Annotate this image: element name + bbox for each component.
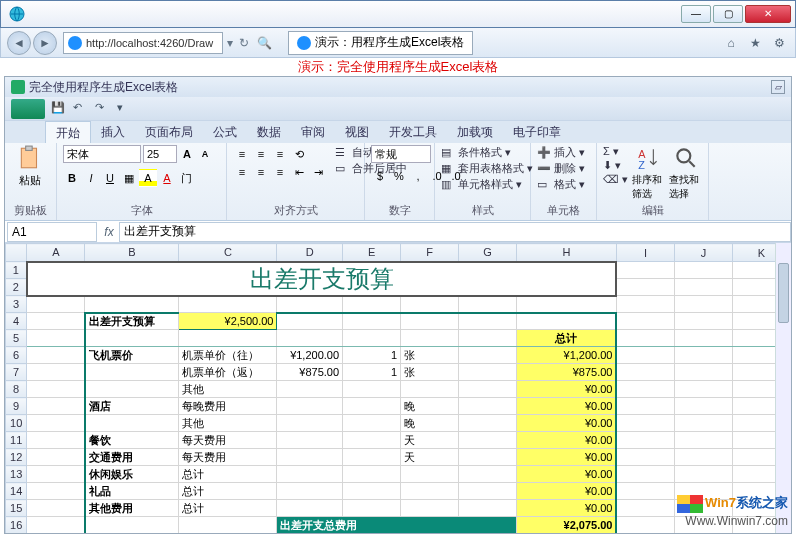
cell[interactable]	[343, 483, 401, 500]
cell[interactable]	[343, 466, 401, 483]
find-select-button[interactable]: 查找和选择	[669, 145, 702, 201]
tab-data[interactable]: 数据	[247, 121, 291, 143]
cell[interactable]: 休闲娱乐	[85, 466, 179, 483]
cell[interactable]: 飞机票价	[85, 347, 179, 364]
cell[interactable]: ¥425.00	[517, 534, 617, 535]
cell[interactable]	[277, 449, 343, 466]
cell[interactable]	[459, 483, 517, 500]
font-color-button[interactable]: A	[158, 169, 176, 187]
cell[interactable]: 总计	[179, 500, 277, 517]
cell[interactable]: ¥0.00	[517, 483, 617, 500]
favorites-icon[interactable]: ★	[745, 33, 765, 53]
cell[interactable]: 晚	[401, 415, 459, 432]
cell[interactable]	[85, 296, 179, 313]
cell[interactable]: 总计	[179, 483, 277, 500]
cell[interactable]	[27, 534, 85, 535]
align-left-button[interactable]: ≡	[233, 163, 251, 181]
grow-font-button[interactable]: A	[179, 146, 195, 162]
cell[interactable]	[616, 313, 674, 330]
col-header[interactable]: I	[616, 244, 674, 262]
cell[interactable]	[401, 466, 459, 483]
cell[interactable]	[179, 517, 277, 534]
cell[interactable]	[674, 330, 732, 347]
cell[interactable]: ¥2,500.00	[179, 313, 277, 330]
cell[interactable]	[674, 279, 732, 296]
tab-insert[interactable]: 插入	[91, 121, 135, 143]
cell[interactable]: 1	[343, 347, 401, 364]
cell[interactable]	[27, 381, 85, 398]
cell[interactable]	[517, 313, 617, 330]
tab-formulas[interactable]: 公式	[203, 121, 247, 143]
row-header[interactable]: 5	[6, 330, 27, 347]
align-center-button[interactable]: ≡	[252, 163, 270, 181]
cell[interactable]	[674, 398, 732, 415]
cell[interactable]	[674, 313, 732, 330]
col-header[interactable]: A	[27, 244, 85, 262]
cell[interactable]: 礼品	[85, 483, 179, 500]
cell[interactable]	[459, 347, 517, 364]
cell[interactable]: ¥875.00	[277, 364, 343, 381]
cell[interactable]: ¥1,200.00	[517, 347, 617, 364]
indent-dec-button[interactable]: ⇤	[290, 163, 308, 181]
delete-cells-button[interactable]: ➖删除 ▾	[537, 161, 585, 176]
cell[interactable]	[616, 466, 674, 483]
cell[interactable]: 每晚费用	[179, 398, 277, 415]
underline-button[interactable]: U	[101, 169, 119, 187]
font-size-combo[interactable]: 25	[143, 145, 177, 163]
cell[interactable]	[27, 500, 85, 517]
cell[interactable]	[85, 381, 179, 398]
cell[interactable]	[616, 381, 674, 398]
cell[interactable]	[674, 415, 732, 432]
cell[interactable]	[27, 330, 85, 347]
cell[interactable]	[616, 279, 674, 296]
cell[interactable]	[616, 483, 674, 500]
fx-icon[interactable]: fx	[99, 225, 119, 239]
row-header[interactable]: 15	[6, 500, 27, 517]
cell[interactable]	[179, 534, 277, 535]
cell[interactable]	[674, 449, 732, 466]
cell[interactable]: 1	[343, 364, 401, 381]
cell[interactable]	[343, 330, 401, 347]
cell[interactable]	[459, 313, 517, 330]
cell[interactable]: 天	[401, 432, 459, 449]
cell[interactable]: 机票单价（往）	[179, 347, 277, 364]
cell[interactable]	[85, 517, 179, 534]
cell[interactable]: 机票单价（返）	[179, 364, 277, 381]
row-header[interactable]: 6	[6, 347, 27, 364]
cell[interactable]	[674, 347, 732, 364]
col-header[interactable]: D	[277, 244, 343, 262]
qat-more-icon[interactable]: ▾	[117, 101, 133, 117]
indent-inc-button[interactable]: ⇥	[309, 163, 327, 181]
cell[interactable]	[27, 449, 85, 466]
cell[interactable]: 张	[401, 347, 459, 364]
cell[interactable]	[401, 313, 459, 330]
cell[interactable]	[277, 398, 343, 415]
italic-button[interactable]: I	[82, 169, 100, 187]
phonetic-button[interactable]: 门	[177, 169, 195, 187]
fill-button[interactable]: ⬇ ▾	[603, 159, 628, 172]
cell[interactable]	[27, 364, 85, 381]
comma-button[interactable]: ,	[409, 167, 427, 185]
clear-button[interactable]: ⌫ ▾	[603, 173, 628, 186]
border-button[interactable]: ▦	[120, 169, 138, 187]
tools-icon[interactable]: ⚙	[769, 33, 789, 53]
save-icon[interactable]: 💾	[51, 101, 67, 117]
tab-home[interactable]: 开始	[45, 121, 91, 143]
row-header[interactable]: 14	[6, 483, 27, 500]
cell[interactable]	[616, 364, 674, 381]
search-icon[interactable]: 🔍	[257, 36, 272, 50]
number-format-combo[interactable]: 常规	[371, 145, 431, 163]
refresh-button[interactable]: ↻	[239, 36, 249, 50]
cell[interactable]	[277, 500, 343, 517]
cell[interactable]	[277, 415, 343, 432]
tab-view[interactable]: 视图	[335, 121, 379, 143]
cell[interactable]	[27, 466, 85, 483]
tab-layout[interactable]: 页面布局	[135, 121, 203, 143]
cell[interactable]: 张	[401, 364, 459, 381]
cell[interactable]	[616, 296, 674, 313]
home-icon[interactable]: ⌂	[721, 33, 741, 53]
cell[interactable]	[616, 398, 674, 415]
paste-button[interactable]: 粘贴	[11, 145, 49, 188]
maximize-button[interactable]: ▢	[713, 5, 743, 23]
cell[interactable]: 总计	[179, 466, 277, 483]
